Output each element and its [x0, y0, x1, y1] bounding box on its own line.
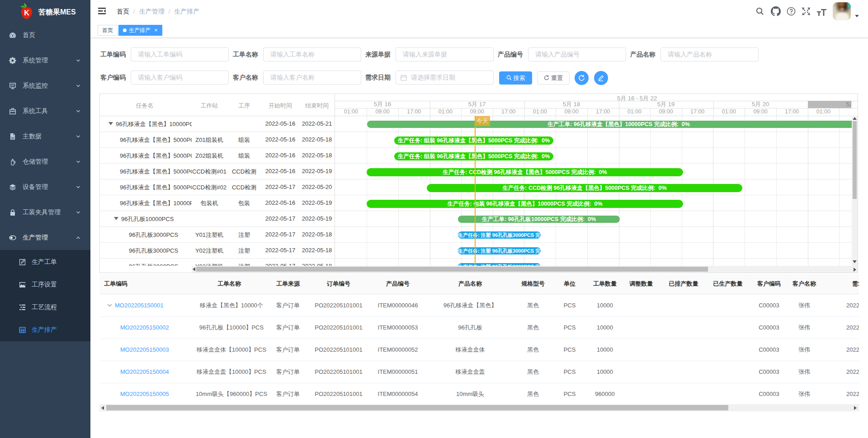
svg-text:K: K: [24, 9, 29, 17]
